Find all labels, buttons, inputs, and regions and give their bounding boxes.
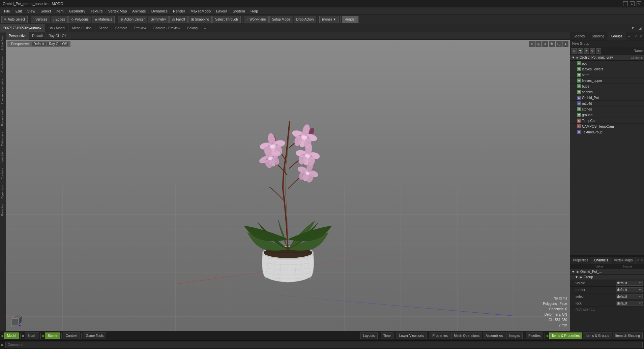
prop-group-row[interactable]: ▼ ◈ Group: [570, 275, 644, 280]
prop-add-row[interactable]: (add user c...: [570, 307, 644, 312]
menu-view[interactable]: View: [25, 8, 38, 14]
maximize-button[interactable]: □: [630, 1, 635, 6]
sidebar-active-sets[interactable]: Active Sets: [0, 32, 6, 53]
bt-scene-button[interactable]: Scene: [45, 332, 60, 339]
tree-item-buds[interactable]: M buds: [570, 84, 644, 89]
shading-tab[interactable]: Shading: [588, 32, 608, 40]
viewport-tab-add[interactable]: +: [201, 25, 209, 31]
vp-expand-icon[interactable]: ⛶: [556, 41, 562, 47]
perspective-label[interactable]: Perspective: [9, 42, 30, 46]
menu-system[interactable]: System: [230, 8, 248, 14]
bt-images-button[interactable]: Images: [506, 332, 523, 339]
rp-expand-icon[interactable]: ⤢: [634, 34, 638, 39]
tree-item-stones[interactable]: M stones: [570, 106, 644, 112]
menu-maxtomodo[interactable]: MaxToModo: [188, 8, 213, 14]
vp-grid-icon[interactable]: #: [542, 41, 548, 47]
bt-brush-button[interactable]: Brush: [25, 332, 39, 339]
tree-root-item[interactable]: ▼ ◈ Orchid_Pot_max_vray 13 Items: [570, 55, 644, 61]
menu-texture[interactable]: Texture: [88, 8, 106, 14]
menu-geometry[interactable]: Geometry: [66, 8, 88, 14]
symmetry-button[interactable]: Symmetry: [148, 16, 169, 23]
tree-item-stem[interactable]: M stem: [570, 72, 644, 78]
vertices-button[interactable]: · Vertices: [31, 16, 50, 23]
properties-tab[interactable]: Properties: [570, 257, 591, 264]
viewport-nav-cube[interactable]: [10, 313, 24, 327]
default-label[interactable]: Default: [32, 42, 46, 46]
tree-item-shanks[interactable]: M shanks: [570, 89, 644, 95]
bt-layouts-button[interactable]: Layouts: [360, 332, 378, 339]
prop-close-icon[interactable]: ✕: [640, 258, 643, 262]
command-input[interactable]: [5, 342, 643, 348]
drop-action-button[interactable]: Drop Action: [294, 16, 317, 23]
viewport-expand-icon[interactable]: ◤: [631, 25, 636, 31]
sidebar-deformers[interactable]: Deformers: [0, 129, 6, 149]
menu-animate[interactable]: Animate: [129, 8, 148, 14]
tree-item-ground[interactable]: M ground: [570, 112, 644, 118]
polygons-button[interactable]: ◇ Polygons: [68, 16, 91, 23]
bt-lower-viewports-button[interactable]: Lower Viewports: [397, 332, 427, 339]
viewport-tab-baking[interactable]: Baking: [184, 24, 202, 32]
rp-tab-add[interactable]: +: [626, 33, 632, 39]
vp-camera-icon[interactable]: ◎: [535, 41, 541, 47]
prop-select-value[interactable]: default ▼: [616, 294, 643, 299]
viewport-tab-preview[interactable]: Preview: [131, 24, 150, 32]
tree-settings-icon[interactable]: ⚙: [590, 48, 595, 54]
workplane-button[interactable]: ⌗ WorkPlane: [244, 16, 269, 23]
channels-tab[interactable]: Channels: [591, 257, 611, 264]
sidebar-particles[interactable]: Particles: [0, 201, 6, 219]
viewport-collapse-icon[interactable]: ◢: [637, 25, 643, 31]
prop-lock-value[interactable]: default ▼: [616, 301, 643, 306]
tree-item-m2c4d[interactable]: G m2c4d: [570, 101, 644, 106]
menu-vertex-map[interactable]: Vertex Map: [106, 8, 130, 14]
bt-items-groups-button[interactable]: Items & Groups: [583, 332, 612, 339]
tree-camera-icon[interactable]: 📷: [578, 48, 583, 54]
sidebar-inverse-kinematics[interactable]: Inverse Kinematics: [0, 75, 6, 107]
tree-item-tempcam[interactable]: C TempCam: [570, 118, 644, 124]
viewport-tab-mesh[interactable]: Mesh Fusion: [69, 24, 95, 32]
tree-item-campos-tempcam[interactable]: C CAMPOS_TempCam: [570, 124, 644, 129]
bt-game-tools-button[interactable]: Game Tools: [83, 332, 106, 339]
bt-mesh-operations-button[interactable]: Mesh Operations: [451, 332, 482, 339]
vertex-maps-tab[interactable]: Vertex Maps: [611, 257, 636, 264]
prop-visible-value[interactable]: default ▼: [616, 281, 643, 286]
groups-tab[interactable]: Groups: [608, 32, 626, 40]
menu-select[interactable]: Select: [38, 8, 54, 14]
vp-more-icon[interactable]: ▾: [562, 41, 568, 47]
bt-assemblies-button[interactable]: Assemblies: [483, 332, 505, 339]
menu-file[interactable]: File: [1, 8, 13, 14]
viewport-tab-camera[interactable]: Camera: [112, 24, 131, 32]
viewport-tab-cam-preview[interactable]: Camera / Preview: [150, 24, 184, 32]
action-center-button[interactable]: ⊕ Action Center: [118, 16, 147, 23]
snapping-button[interactable]: ⊞ Snapping: [188, 16, 212, 23]
bt-properties-button[interactable]: Properties: [430, 332, 450, 339]
vp-sync-icon[interactable]: ↻: [529, 41, 535, 47]
perspective-tab[interactable]: Perspective: [6, 32, 29, 40]
vp-lock-icon[interactable]: 🔍: [549, 41, 555, 47]
bt-time-button[interactable]: Time: [381, 332, 393, 339]
menu-item[interactable]: Item: [54, 8, 66, 14]
close-button[interactable]: ✕: [637, 1, 641, 6]
bt-palettes-button[interactable]: Palettes: [526, 332, 543, 339]
bt-context-button[interactable]: Context: [63, 332, 80, 339]
tree-filter-icon[interactable]: ◎: [572, 48, 577, 54]
ray-label[interactable]: Ray GL: Off: [47, 42, 68, 46]
sidebar-controls[interactable]: Controls: [0, 165, 6, 182]
viewport-tab-0[interactable]: 566717515653lay-unmax: [0, 24, 45, 32]
tree-add-icon[interactable]: +: [596, 48, 601, 54]
tree-item-leaves-upper[interactable]: M leaves_upper: [570, 78, 644, 84]
menu-render[interactable]: Render: [170, 8, 188, 14]
viewport-tab-scene[interactable]: Scene: [95, 24, 112, 32]
falloff-button[interactable]: ◎ Falloff: [169, 16, 188, 23]
sidebar-procedurals[interactable]: Procedurals: [0, 107, 6, 129]
prop-root-row[interactable]: ▼ ◈ Orchid_Pot_...: [570, 269, 644, 275]
sidebar-weights[interactable]: Weights: [0, 149, 6, 165]
ray-gl-tab[interactable]: Ray GL: Off: [46, 32, 69, 40]
bt-items-properties-button[interactable]: Items & Properties: [549, 332, 582, 339]
menu-edit[interactable]: Edit: [13, 8, 25, 14]
minimize-button[interactable]: —: [623, 1, 628, 6]
sidebar-dynamics[interactable]: Dynamics: [0, 182, 6, 201]
scenes-tab[interactable]: Scenes: [570, 32, 588, 40]
viewport-tab-uv[interactable]: UV / Model: [45, 24, 69, 32]
default-tab[interactable]: Default: [29, 32, 46, 40]
render-button[interactable]: Render: [342, 16, 358, 23]
